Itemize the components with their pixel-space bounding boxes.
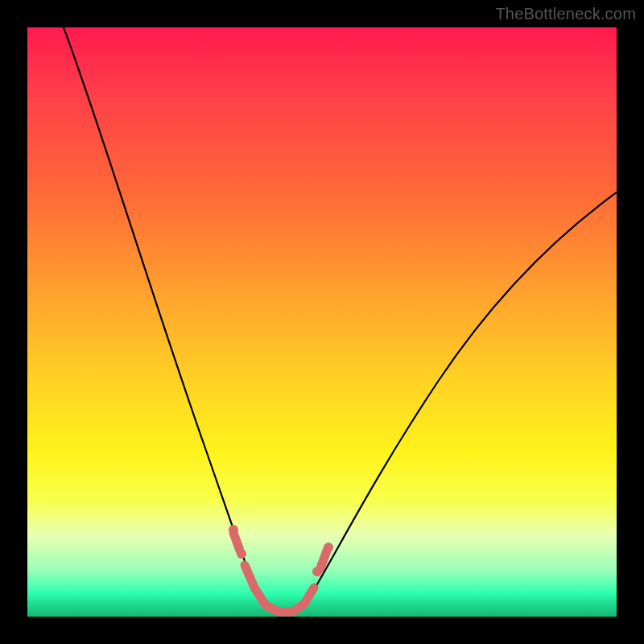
right-branch-curve xyxy=(308,192,617,601)
marker-dot xyxy=(312,567,322,576)
marker-dot xyxy=(237,549,246,559)
frame: TheBottleneck.com xyxy=(0,0,644,644)
plot-area xyxy=(27,27,617,617)
left-branch-curve xyxy=(64,27,259,601)
watermark-text: TheBottleneck.com xyxy=(495,5,636,23)
marker-dot xyxy=(324,543,333,552)
marker-dot xyxy=(229,525,238,535)
curve-svg xyxy=(27,27,617,617)
